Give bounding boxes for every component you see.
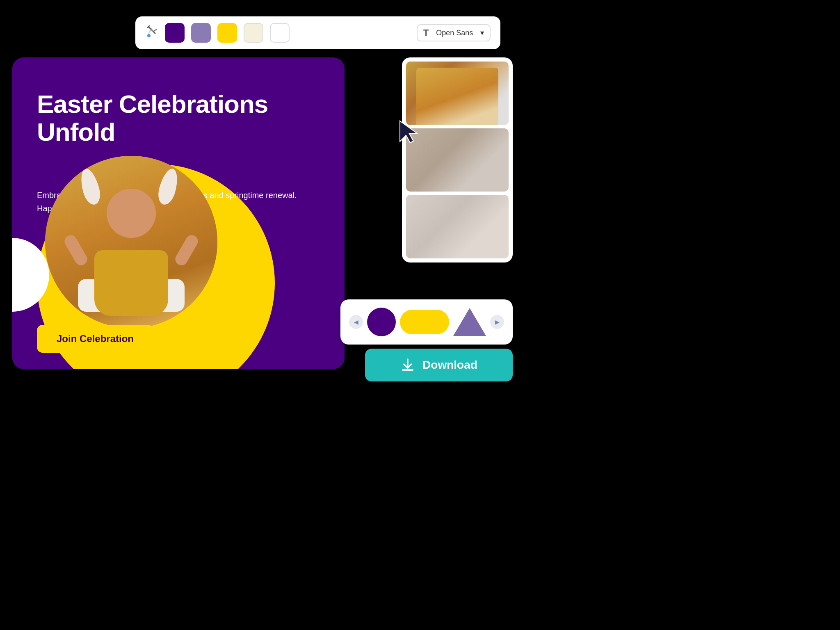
shape-circle[interactable] [367,308,396,336]
girl-dress [94,250,168,316]
shapes-next-button[interactable]: ▶ [490,315,504,329]
font-name-label: Open Sans [436,29,473,37]
cursor-arrow-icon [398,119,420,145]
chevron-right-icon: ▶ [495,319,500,325]
bunny-ear-right [155,167,181,206]
image-thumb-2[interactable] [406,128,509,192]
download-label: Download [422,358,477,372]
color-swatch-yellow[interactable] [217,23,237,43]
chevron-left-icon: ◀ [354,319,358,325]
image-thumb-1[interactable] [406,62,509,125]
download-button[interactable]: Download [365,349,513,381]
shapes-panel: ◀ ▶ [340,299,513,345]
image-panel [402,57,513,262]
toolbar: T Open Sans ▾ [135,16,500,49]
main-heading: Easter Celebrations Unfold [37,90,320,146]
shape-pill[interactable] [400,310,449,334]
image-thumb-3[interactable] [406,195,509,258]
girl-image-circle [45,156,217,328]
color-swatch-purple[interactable] [165,23,185,43]
main-card: Easter Celebrations Unfold Embrace the j… [12,57,345,369]
font-t-icon: T [423,27,429,38]
bunny-ear-left [78,167,103,206]
shape-triangle[interactable] [453,308,486,336]
chevron-down-icon: ▾ [480,28,484,37]
download-icon [400,358,415,372]
girl-arm-right [173,233,200,267]
join-celebration-button[interactable]: Join Celebration [37,325,153,353]
color-swatch-white[interactable] [270,23,290,43]
svg-rect-2 [402,369,413,371]
shapes-prev-button[interactable]: ◀ [349,315,363,329]
color-swatch-cream[interactable] [244,23,263,43]
color-swatch-lavender[interactable] [191,23,211,43]
girl-head [107,189,156,238]
girl-arm-left [62,233,89,267]
svg-marker-1 [400,121,418,143]
paint-bucket-icon[interactable] [145,25,158,41]
font-selector[interactable]: T Open Sans ▾ [417,24,491,41]
